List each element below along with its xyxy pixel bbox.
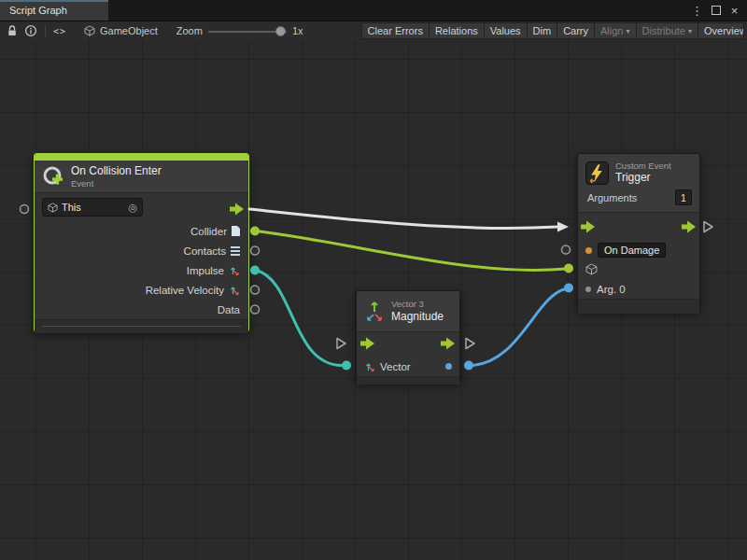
chevron-down-icon: ▾ xyxy=(627,27,630,35)
window-close-button[interactable]: × xyxy=(726,2,742,19)
dim-button[interactable]: Dim xyxy=(527,22,557,39)
event-name-field[interactable]: On Damage xyxy=(598,243,666,258)
gameobject-cube-icon xyxy=(585,263,598,275)
overview-button[interactable]: Overview xyxy=(698,22,744,39)
event-color-strip xyxy=(35,154,248,161)
node-title: Magnitude xyxy=(391,310,444,324)
node-header-top: Custom Event Trigger xyxy=(578,154,699,185)
vector3-icon xyxy=(229,285,240,296)
result-port-dot[interactable] xyxy=(445,363,452,370)
close-icon: × xyxy=(731,5,739,17)
toolbar-separator xyxy=(45,25,46,37)
clear-errors-button[interactable]: Clear Errors xyxy=(361,22,429,39)
gameobject-cube-icon xyxy=(84,25,95,36)
code-view-button[interactable]: <> xyxy=(50,23,69,39)
contacts-list-icon xyxy=(231,246,240,256)
port-row-target[interactable] xyxy=(578,259,699,279)
event-icon xyxy=(42,165,64,188)
port-row-data[interactable]: Data xyxy=(35,300,248,319)
collider-doc-icon xyxy=(232,226,240,236)
arguments-label: Arguments xyxy=(587,192,637,203)
node-header[interactable]: Custom Event Trigger Arguments 1 xyxy=(578,154,699,213)
node-footer xyxy=(357,376,459,385)
node-trigger-custom-event[interactable]: Custom Event Trigger Arguments 1 On Dama… xyxy=(577,153,700,312)
unity-script-graph-window: Script Graph ⋮ × xyxy=(0,0,747,560)
target-value: This xyxy=(62,202,81,213)
maximize-icon xyxy=(712,6,721,15)
toolbar-buttons: Clear Errors Relations Values Dim Carry … xyxy=(361,22,744,39)
relations-button[interactable]: Relations xyxy=(429,22,484,39)
zoom-value: 1x xyxy=(292,25,303,36)
tab-script-graph[interactable]: Script Graph xyxy=(0,0,108,21)
node-titles: Custom Event Trigger xyxy=(615,161,671,185)
tab-bar: Script Graph ⋮ × xyxy=(0,0,747,21)
vector3-icon xyxy=(229,265,240,276)
port-row-vector[interactable]: Vector xyxy=(357,357,459,376)
window-menu-button[interactable]: ⋮ xyxy=(689,2,705,19)
target-row: This ◎ xyxy=(35,193,248,221)
arguments-row: Arguments 1 xyxy=(578,185,699,205)
lock-button[interactable] xyxy=(3,23,21,39)
port-row-relative-velocity[interactable]: Relative Velocity xyxy=(35,280,248,300)
values-button[interactable]: Values xyxy=(484,22,527,39)
node-title: On Collision Enter xyxy=(71,164,162,178)
align-dropdown[interactable]: Align ▾ xyxy=(594,22,635,39)
flow-port-row[interactable] xyxy=(357,332,459,357)
object-picker-icon[interactable]: ◎ xyxy=(128,203,137,213)
vector3-icon xyxy=(364,361,375,372)
chevron-down-icon: ▾ xyxy=(688,27,692,35)
string-port-dot[interactable] xyxy=(585,247,592,254)
arg0-port-dot[interactable] xyxy=(585,287,591,292)
port-row-event-name[interactable]: On Damage xyxy=(578,241,699,259)
port-row-impulse[interactable]: Impulse xyxy=(35,260,248,280)
gameobject-cube-icon xyxy=(48,203,58,213)
zoom-slider-handle[interactable] xyxy=(275,26,286,36)
distribute-dropdown[interactable]: Distribute ▾ xyxy=(636,22,698,39)
lock-icon xyxy=(6,24,19,37)
node-titles: On Collision Enter Event xyxy=(71,164,162,189)
port-row-collider[interactable]: Collider xyxy=(35,221,248,241)
menu-dots-icon: ⋮ xyxy=(691,5,703,17)
carry-button[interactable]: Carry xyxy=(557,22,594,39)
node-footer xyxy=(35,319,248,333)
flow-port-row[interactable] xyxy=(578,213,699,241)
arguments-count-field[interactable]: 1 xyxy=(675,189,692,205)
node-vector3-magnitude[interactable]: Vector 3 Magnitude Vector xyxy=(356,290,460,383)
vector3-magnitude-icon xyxy=(364,300,385,324)
window-buttons: ⋮ × xyxy=(689,0,747,21)
info-icon xyxy=(24,24,37,37)
tab-label: Script Graph xyxy=(9,5,67,16)
node-footer xyxy=(578,299,699,314)
zoom-label: Zoom xyxy=(176,25,203,36)
node-type-label: Custom Event xyxy=(615,161,671,171)
node-title: Trigger xyxy=(615,171,671,185)
node-on-collision-enter[interactable]: On Collision Enter Event This ◎ Collider… xyxy=(34,153,249,332)
code-icon: <> xyxy=(53,26,66,36)
node-header[interactable]: Vector 3 Magnitude xyxy=(357,291,459,332)
inspect-button[interactable] xyxy=(21,23,40,39)
port-row-arg0[interactable]: Arg. 0 xyxy=(578,279,699,299)
node-type-label: Vector 3 xyxy=(391,299,444,309)
graph-toolbar: <> GameObject Zoom 1x Clear Errors Relat… xyxy=(0,21,747,41)
zoom-slider[interactable] xyxy=(208,26,287,36)
target-field[interactable]: This ◎ xyxy=(42,198,143,217)
port-row-contacts[interactable]: Contacts xyxy=(35,241,248,260)
custom-event-bolt-icon xyxy=(585,161,609,185)
node-subtitle: Event xyxy=(71,178,162,189)
gameobject-context[interactable]: GameObject xyxy=(84,25,158,36)
gameobject-label: GameObject xyxy=(100,25,158,36)
node-header[interactable]: On Collision Enter Event xyxy=(35,161,248,193)
node-titles: Vector 3 Magnitude xyxy=(391,299,444,323)
window-maximize-button[interactable] xyxy=(708,2,724,19)
